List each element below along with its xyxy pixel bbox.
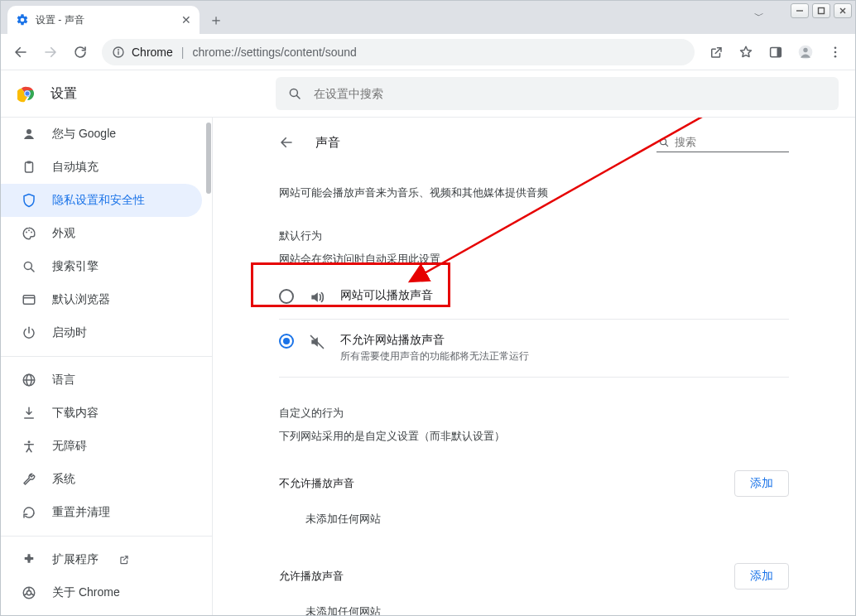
svg-point-10 — [803, 47, 807, 51]
address-bar[interactable]: Chrome | chrome://settings/content/sound — [102, 39, 695, 65]
svg-rect-27 — [23, 296, 35, 305]
search-icon — [21, 259, 37, 274]
sidebar-item-on-startup[interactable]: 启动时 — [1, 316, 202, 349]
tab-strip: 设置 - 声音 ✕ ＋ ﹀ — [1, 1, 855, 34]
omnibox-separator: | — [181, 46, 185, 59]
settings-search-box[interactable] — [276, 77, 839, 110]
settings-body: 您与 Google 自动填充 隐私设置和安全性 外观 搜索引擎 默认浏览器 启动… — [1, 118, 855, 615]
svg-point-24 — [31, 232, 32, 233]
sidebar-item-label: 搜索引擎 — [52, 259, 99, 274]
sidebar-item-label: 隐私设置和安全性 — [52, 193, 145, 208]
svg-line-18 — [296, 95, 300, 99]
window-close-button[interactable] — [834, 3, 852, 18]
sidebar-item-label: 自动填充 — [52, 160, 99, 175]
external-link-icon — [118, 554, 130, 565]
settings-app-title: 设置 — [50, 85, 77, 103]
page-search-box[interactable] — [656, 132, 789, 152]
svg-rect-8 — [777, 47, 781, 56]
browser-tab[interactable]: 设置 - 声音 ✕ — [7, 6, 200, 34]
puzzle-icon — [21, 552, 37, 567]
new-tab-button[interactable]: ＋ — [204, 8, 228, 31]
sidebar-item-label: 无障碍 — [52, 439, 87, 454]
sidebar-item-accessibility[interactable]: 无障碍 — [1, 430, 202, 463]
allow-sound-section-header: 允许播放声音 添加 — [279, 563, 789, 590]
svg-rect-6 — [118, 51, 118, 55]
custom-behavior-subtitle: 下列网站采用的是自定义设置（而非默认设置） — [279, 429, 789, 444]
radio-option-mute-sound[interactable]: 不允许网站播放声音 所有需要使用声音的功能都将无法正常运行 — [279, 320, 789, 378]
chrome-logo-icon — [17, 84, 37, 103]
sidebar-item-appearance[interactable]: 外观 — [1, 217, 202, 250]
window-maximize-button[interactable] — [812, 3, 830, 18]
sidebar-item-autofill[interactable]: 自动填充 — [1, 151, 202, 184]
bookmark-star-icon[interactable] — [733, 39, 759, 65]
default-behavior-title: 默认行为 — [279, 229, 789, 243]
sidebar-item-label: 下载内容 — [52, 406, 99, 421]
nav-back-button[interactable] — [7, 39, 34, 65]
add-blocked-site-button[interactable]: 添加 — [734, 470, 789, 497]
settings-header: 设置 — [1, 70, 855, 118]
tab-list-chevron-icon[interactable]: ﹀ — [754, 9, 764, 23]
block-sound-section-header: 不允许播放声音 添加 — [279, 470, 789, 497]
default-behavior-subtitle: 网站会在您访问时自动采用此设置 — [279, 252, 789, 267]
sidebar-item-you-and-google[interactable]: 您与 Google — [1, 118, 202, 151]
svg-point-33 — [28, 440, 31, 443]
sidebar-item-label: 重置并清理 — [52, 505, 110, 520]
page-intro-text: 网站可能会播放声音来为音乐、视频和其他媒体提供音频 — [279, 185, 789, 200]
sidebar-item-label: 外观 — [52, 226, 75, 241]
radio-option-allow-sound[interactable]: 网站可以播放声音 — [279, 275, 789, 320]
window-minimize-button[interactable] — [791, 3, 809, 18]
allow-sound-section-title: 允许播放声音 — [279, 569, 344, 584]
browser-window-icon — [21, 292, 37, 307]
tab-close-icon[interactable]: ✕ — [181, 13, 191, 26]
sidebar-item-label: 语言 — [52, 373, 75, 387]
sidebar-item-label: 扩展程序 — [52, 552, 99, 567]
sidebar-item-search-engine[interactable]: 搜索引擎 — [1, 250, 202, 283]
sidebar-item-reset[interactable]: 重置并清理 — [1, 496, 202, 529]
scrollbar-thumb[interactable] — [206, 123, 211, 194]
side-panel-icon[interactable] — [762, 39, 789, 65]
nav-forward-button[interactable] — [37, 39, 64, 65]
svg-line-38 — [666, 143, 668, 146]
block-empty-message: 未添加任何网站 — [279, 497, 789, 530]
sidebar-item-about-chrome[interactable]: 关于 Chrome — [1, 576, 202, 609]
sidebar-item-extensions[interactable]: 扩展程序 — [1, 543, 202, 576]
svg-rect-1 — [819, 8, 825, 14]
svg-point-12 — [834, 51, 837, 53]
svg-point-35 — [26, 590, 31, 594]
sidebar-divider — [1, 536, 212, 537]
reset-icon — [21, 505, 37, 520]
power-icon — [21, 325, 37, 340]
radio-icon[interactable] — [279, 334, 294, 349]
radio-label: 不允许网站播放声音 — [340, 333, 529, 348]
share-button[interactable] — [703, 39, 729, 65]
person-icon — [21, 127, 37, 142]
wrench-icon — [21, 472, 37, 487]
shield-icon — [21, 193, 37, 208]
volume-off-icon — [309, 334, 325, 350]
radio-label: 网站可以播放声音 — [340, 288, 433, 301]
settings-main: 声音 网站可能会播放声音来为音乐、视频和其他媒体提供音频 默认行为 网站会在您访… — [213, 118, 855, 615]
sidebar-item-downloads[interactable]: 下载内容 — [1, 397, 202, 430]
block-sound-section-title: 不允许播放声音 — [279, 476, 354, 491]
sidebar-item-label: 您与 Google — [52, 127, 116, 142]
sidebar-item-privacy-security[interactable]: 隐私设置和安全性 — [1, 184, 202, 217]
page-search-input[interactable] — [675, 136, 814, 148]
add-allowed-site-button[interactable]: 添加 — [734, 563, 789, 590]
profile-avatar-icon[interactable] — [792, 39, 819, 65]
sidebar-item-default-browser[interactable]: 默认浏览器 — [1, 283, 202, 316]
radio-icon[interactable] — [279, 289, 294, 304]
nav-reload-button[interactable] — [67, 39, 94, 65]
settings-search-input[interactable] — [314, 87, 827, 100]
chrome-menu-icon[interactable] — [822, 39, 849, 65]
svg-point-13 — [834, 55, 837, 57]
svg-point-22 — [26, 232, 27, 233]
site-info-icon[interactable] — [112, 46, 125, 59]
sidebar-item-system[interactable]: 系统 — [1, 463, 202, 496]
page-header: 声音 — [279, 132, 789, 162]
allow-empty-message: 未添加任何网站 — [279, 590, 789, 615]
page-back-button[interactable] — [279, 135, 296, 150]
sidebar-item-languages[interactable]: 语言 — [1, 363, 202, 397]
clipboard-icon — [21, 160, 37, 175]
browser-toolbar: Chrome | chrome://settings/content/sound — [1, 34, 855, 70]
search-icon — [658, 137, 670, 148]
